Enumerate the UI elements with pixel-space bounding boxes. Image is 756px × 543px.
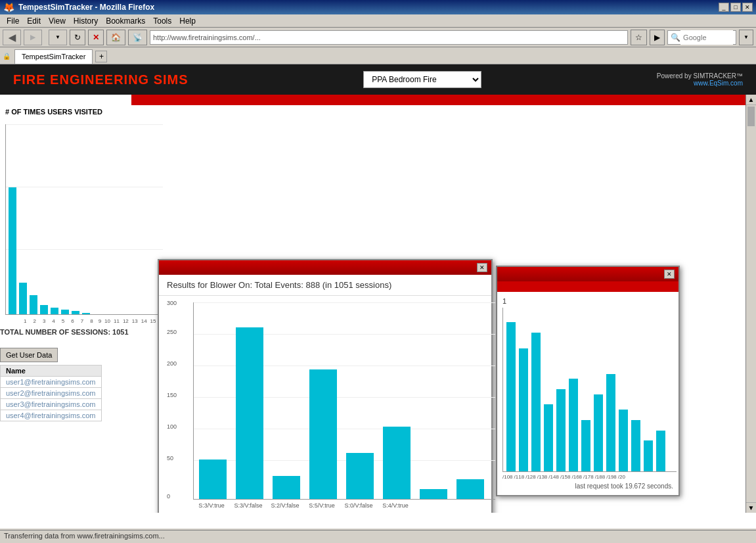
- vertical-scrollbar[interactable]: ▲ ▼: [745, 95, 756, 513]
- restore-button[interactable]: □: [730, 3, 741, 12]
- forward-button[interactable]: ▶: [24, 30, 42, 45]
- back-button[interactable]: ◀: [3, 30, 21, 45]
- get-user-data-button[interactable]: Get User Data: [0, 348, 58, 362]
- secondary-bar: [531, 333, 541, 471]
- secondary-bar: [619, 410, 628, 471]
- search-input[interactable]: [680, 30, 733, 45]
- secondary-chart-area: 1 /108/118/128/138 /148/158/168/178 /188…: [497, 292, 678, 495]
- menu-view[interactable]: View: [45, 15, 70, 27]
- secondary-popup-close-button[interactable]: ✕: [664, 270, 675, 279]
- secondary-bar: [506, 322, 516, 471]
- app-header: FIRE ENGINEERING SIMS PPA Bedroom Fire P…: [0, 64, 756, 95]
- popup-bar: [456, 479, 484, 499]
- secondary-bar: [544, 404, 553, 471]
- background-chart-container: 600 400 200: [5, 124, 163, 315]
- popup-chart: [193, 302, 495, 500]
- popup-bar: [383, 427, 411, 499]
- secondary-bar: [631, 420, 640, 471]
- popup-x-label: S:0/V:false: [340, 502, 377, 509]
- tab-bar: 🔒 TempestSimTracker +: [0, 47, 756, 64]
- secondary-bar: [606, 374, 615, 471]
- bg-bar: [61, 310, 69, 314]
- menu-file[interactable]: File: [3, 15, 23, 27]
- sim-dropdown[interactable]: PPA Bedroom Fire: [363, 71, 481, 88]
- scrollbar-down-button[interactable]: ▼: [746, 502, 756, 513]
- menu-tools[interactable]: Tools: [149, 15, 175, 27]
- main-popup-title-bar: ✕: [159, 260, 491, 275]
- secondary-popup: ✕ 1 /108/118/128/138 /148/158/168/178 /1…: [496, 266, 680, 496]
- secondary-bar: [656, 431, 665, 472]
- dropdown-arrow[interactable]: ▼: [49, 30, 67, 45]
- secondary-popup-title-bar: ✕: [497, 267, 678, 281]
- scrollbar-thumb[interactable]: [747, 106, 755, 126]
- background-chart: [5, 124, 163, 315]
- search-icon: 🔍: [671, 33, 680, 42]
- user-table-cell: user3@firetrainingsims.com: [1, 399, 102, 410]
- toolbar: ◀ ▶ ▼ ↻ ✕ 🏠 📡 ☆ ▶ 🔍 ▼: [0, 28, 756, 47]
- window-title: TempestSimTracker - Mozilla Firefox: [18, 3, 154, 12]
- home-button[interactable]: 🏠: [106, 30, 125, 45]
- y-150: 150: [167, 392, 177, 398]
- bg-bar: [51, 308, 58, 314]
- menu-history[interactable]: History: [70, 15, 102, 27]
- y-300: 300: [167, 300, 177, 306]
- popup-x-labels: S:3/V:trueS:3/V:falseS:2/V:falseS:5/V:tr…: [167, 502, 483, 509]
- secondary-x-labels: /108/118/128/138 /148/158/168/178 /188/1…: [502, 474, 673, 480]
- y-250: 250: [167, 329, 177, 335]
- bg-bar: [9, 187, 16, 314]
- browser-content: FIRE ENGINEERING SIMS PPA Bedroom Fire P…: [0, 64, 756, 529]
- go-button[interactable]: ▶: [650, 30, 665, 45]
- y-100: 100: [167, 423, 177, 430]
- table-row: user3@firetrainingsims.com: [1, 399, 102, 410]
- secondary-red-banner: [497, 281, 678, 292]
- user-table-cell: user1@firetrainingsims.com: [1, 377, 102, 388]
- popup-bar: [346, 453, 374, 499]
- tab-icon: 🔒: [3, 53, 11, 60]
- bg-bar: [40, 305, 48, 315]
- popup-x-label: S:3/V:true: [193, 502, 230, 509]
- menu-bookmarks[interactable]: Bookmarks: [102, 15, 149, 27]
- red-banner-top: [131, 95, 745, 105]
- bg-bar: [82, 313, 90, 314]
- bg-bar: [30, 295, 37, 314]
- tab-label: TempestSimTracker: [22, 53, 85, 60]
- app-title: FIRE ENGINEERING SIMS: [13, 72, 189, 87]
- window-controls[interactable]: _ □ ✕: [719, 3, 753, 12]
- popup-x-label: S:3/V:false: [230, 502, 267, 509]
- x-axis-labels: 123 45 67 89 1011 1213 1415: [24, 318, 156, 324]
- menu-help[interactable]: Help: [175, 15, 200, 27]
- feed-button[interactable]: 📡: [128, 30, 147, 45]
- secondary-chart: [502, 308, 677, 472]
- bookmark-button[interactable]: ☆: [631, 30, 647, 45]
- active-tab[interactable]: TempestSimTracker: [14, 49, 93, 64]
- popup-bar: [273, 476, 300, 499]
- search-options-button[interactable]: ▼: [739, 30, 753, 45]
- y-200: 200: [167, 360, 177, 367]
- section-title: # OF TIMES USERS VISITED: [5, 108, 102, 116]
- user-table: Name user1@firetrainingsims.comuser2@fir…: [0, 365, 102, 421]
- menu-bar: File Edit View History Bookmarks Tools H…: [0, 14, 756, 28]
- y-50: 50: [167, 455, 173, 461]
- close-button[interactable]: ✕: [742, 3, 753, 12]
- user-table-cell: user2@firetrainingsims.com: [1, 388, 102, 399]
- scrollbar-up-button[interactable]: ▲: [746, 95, 756, 105]
- stop-button[interactable]: ✕: [88, 30, 104, 45]
- url-input[interactable]: [150, 30, 628, 45]
- popup-bar: [199, 460, 227, 499]
- minimize-button[interactable]: _: [719, 3, 729, 12]
- menu-edit[interactable]: Edit: [23, 15, 45, 27]
- user-data-section: Get User Data Name user1@firetrainingsim…: [0, 348, 102, 421]
- popup-x-label: S:5/V:true: [303, 502, 340, 509]
- user-table-wrapper: Name user1@firetrainingsims.comuser2@fir…: [0, 365, 102, 421]
- main-popup-close-button[interactable]: ✕: [477, 263, 487, 272]
- secondary-bar: [519, 348, 528, 472]
- user-table-cell: user4@firetrainingsims.com: [1, 410, 102, 421]
- total-sessions: TOTAL NUMBER OF SESSIONS: 1051: [0, 328, 129, 336]
- reload-button[interactable]: ↻: [70, 30, 85, 45]
- user-table-header: Name: [1, 366, 102, 377]
- secondary-label: 1: [502, 297, 673, 305]
- popup-header: Results for Blower On: Total Events: 888…: [159, 275, 491, 296]
- new-tab-button[interactable]: +: [95, 51, 107, 62]
- sim-selector: PPA Bedroom Fire: [363, 71, 481, 88]
- title-bar: 🦊 TempestSimTracker - Mozilla Firefox _ …: [0, 0, 756, 14]
